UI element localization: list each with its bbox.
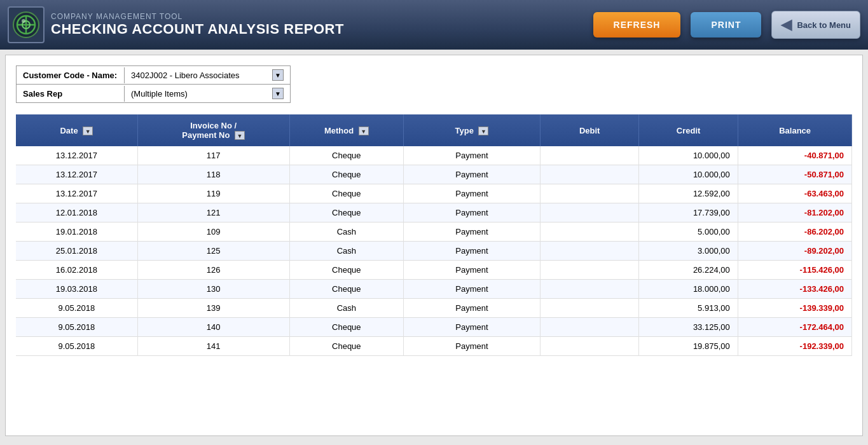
cell-method: Cheque	[289, 203, 403, 222]
cell-balance: -115.426,00	[738, 261, 851, 280]
customer-code-value-cell: 3402J002 - Libero Associates ▼	[125, 66, 290, 84]
cell-balance: -63.463,00	[738, 184, 851, 203]
sales-rep-value: (Multiple Items)	[131, 89, 188, 99]
method-filter-icon[interactable]: ▼	[359, 127, 369, 135]
cell-credit: 33.125,00	[639, 318, 738, 337]
cell-method: Cheque	[289, 184, 403, 203]
table-row: 9.05.2018 140 Cheque Payment 33.125,00 -…	[16, 318, 852, 337]
cell-balance: -81.202,00	[738, 203, 851, 222]
cell-invoice: 140	[137, 318, 289, 337]
cell-invoice: 109	[137, 222, 289, 242]
title-area: COMPANY MANAGEMENT TOOL CHECKING ACCOUNT…	[51, 12, 344, 38]
cell-balance: -50.871,00	[738, 165, 851, 184]
sales-rep-dropdown-icon[interactable]: ▼	[272, 88, 284, 99]
cell-balance: -89.202,00	[738, 242, 851, 261]
col-header-credit: Credit	[639, 114, 738, 146]
cell-date: 19.03.2018	[16, 280, 137, 299]
date-filter-icon[interactable]: ▼	[83, 127, 93, 135]
cell-type: Payment	[403, 146, 540, 165]
table-row: 13.12.2017 117 Cheque Payment 10.000,00 …	[16, 146, 852, 165]
cell-credit: 19.875,00	[639, 337, 738, 356]
cell-debit	[541, 242, 639, 261]
table-row: 13.12.2017 118 Cheque Payment 10.000,00 …	[16, 165, 852, 184]
cell-balance: -133.426,00	[738, 280, 851, 299]
cell-type: Payment	[403, 318, 540, 337]
cell-date: 13.12.2017	[16, 165, 137, 184]
cell-method: Cheque	[289, 318, 403, 337]
cell-debit	[541, 184, 639, 203]
app-title: COMPANY MANAGEMENT TOOL	[51, 12, 344, 21]
header: COMPANY MANAGEMENT TOOL CHECKING ACCOUNT…	[0, 0, 868, 50]
cell-credit: 5.000,00	[639, 222, 738, 242]
cell-date: 9.05.2018	[16, 299, 137, 318]
table-header-row: Date ▼ Invoice No /Payment No ▼ Method ▼…	[16, 114, 852, 146]
cell-balance: -40.871,00	[738, 146, 851, 165]
cell-type: Payment	[403, 242, 540, 261]
cell-date: 25.01.2018	[16, 242, 137, 261]
cell-date: 16.02.2018	[16, 261, 137, 280]
customer-filter-row: Customer Code - Name: 3402J002 - Libero …	[17, 66, 290, 85]
logo-area: COMPANY MANAGEMENT TOOL CHECKING ACCOUNT…	[8, 6, 586, 43]
salesrep-filter-row: Sales Rep (Multiple Items) ▼	[17, 85, 290, 102]
cell-invoice: 119	[137, 184, 289, 203]
cell-date: 12.01.2018	[16, 203, 137, 222]
back-arrow-icon: ◀	[781, 17, 792, 33]
table-row: 12.01.2018 121 Cheque Payment 17.739,00 …	[16, 203, 852, 222]
cell-date: 9.05.2018	[16, 318, 137, 337]
cell-type: Payment	[403, 165, 540, 184]
cell-type: Payment	[403, 184, 540, 203]
invoice-filter-icon[interactable]: ▼	[235, 131, 245, 140]
customer-dropdown-icon[interactable]: ▼	[272, 69, 284, 81]
cell-credit: 17.739,00	[639, 203, 738, 222]
cell-date: 13.12.2017	[16, 146, 137, 165]
print-button[interactable]: PRINT	[691, 12, 761, 38]
cell-credit: 10.000,00	[639, 165, 738, 184]
cell-debit	[541, 261, 639, 280]
cell-debit	[541, 222, 639, 242]
table-row: 13.12.2017 119 Cheque Payment 12.592,00 …	[16, 184, 852, 203]
cell-method: Cash	[289, 242, 403, 261]
cell-invoice: 117	[137, 146, 289, 165]
customer-code-label: Customer Code - Name:	[17, 67, 125, 83]
cell-invoice: 141	[137, 337, 289, 356]
cell-type: Payment	[403, 203, 540, 222]
col-header-method: Method ▼	[289, 114, 403, 146]
cell-invoice: 118	[137, 165, 289, 184]
filters-panel: Customer Code - Name: 3402J002 - Libero …	[16, 65, 291, 103]
cell-method: Cheque	[289, 337, 403, 356]
cell-type: Payment	[403, 299, 540, 318]
sales-rep-value-cell: (Multiple Items) ▼	[125, 85, 290, 102]
refresh-button[interactable]: REFRESH	[593, 12, 681, 38]
cell-credit: 26.224,00	[639, 261, 738, 280]
table-row: 19.01.2018 109 Cash Payment 5.000,00 -86…	[16, 222, 852, 242]
report-title: CHECKING ACCOUNT ANALYSIS REPORT	[51, 21, 344, 38]
col-header-balance: Balance	[738, 114, 851, 146]
table-row: 25.01.2018 125 Cash Payment 3.000,00 -89…	[16, 242, 852, 261]
cell-credit: 18.000,00	[639, 280, 738, 299]
table-row: 9.05.2018 141 Cheque Payment 19.875,00 -…	[16, 337, 852, 356]
table-row: 9.05.2018 139 Cash Payment 5.913,00 -139…	[16, 299, 852, 318]
cell-invoice: 125	[137, 242, 289, 261]
cell-type: Payment	[403, 280, 540, 299]
cell-date: 9.05.2018	[16, 337, 137, 356]
cell-date: 19.01.2018	[16, 222, 137, 242]
content-area: Customer Code - Name: 3402J002 - Libero …	[5, 55, 863, 436]
cell-invoice: 126	[137, 261, 289, 280]
cell-method: Cash	[289, 222, 403, 242]
col-header-type: Type ▼	[403, 114, 540, 146]
cell-balance: -86.202,00	[738, 222, 851, 242]
cell-invoice: 139	[137, 299, 289, 318]
cell-credit: 12.592,00	[639, 184, 738, 203]
cell-method: Cheque	[289, 165, 403, 184]
cell-type: Payment	[403, 222, 540, 242]
cell-balance: -172.464,00	[738, 318, 851, 337]
cell-debit	[541, 165, 639, 184]
svg-point-5	[22, 19, 25, 23]
back-to-menu-button[interactable]: ◀ Back to Menu	[771, 11, 860, 39]
col-header-invoice: Invoice No /Payment No ▼	[137, 114, 289, 146]
cell-method: Cheque	[289, 261, 403, 280]
cell-type: Payment	[403, 261, 540, 280]
cell-date: 13.12.2017	[16, 184, 137, 203]
type-filter-icon[interactable]: ▼	[478, 127, 488, 135]
cell-debit	[541, 203, 639, 222]
